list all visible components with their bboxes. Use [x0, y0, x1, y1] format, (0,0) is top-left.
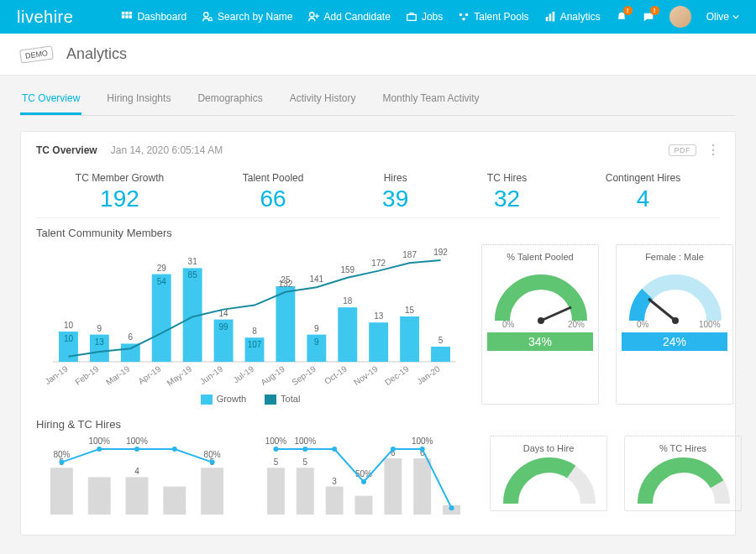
- svg-rect-3: [122, 15, 125, 18]
- timestamp: Jan 14, 2020 6:05:14 AM: [111, 144, 223, 156]
- svg-rect-17: [549, 14, 551, 22]
- hiring-chart-left: 54580%100%100%80%: [36, 436, 238, 523]
- svg-text:10: 10: [64, 334, 74, 343]
- svg-line-8: [212, 20, 213, 21]
- svg-rect-2: [129, 12, 133, 15]
- logo-text-2: hire: [44, 8, 73, 26]
- nav-talent-pools[interactable]: Talent Pools: [458, 11, 528, 23]
- nav-add-candidate[interactable]: Add Candidate: [307, 11, 390, 23]
- overview-card: TC Overview Jan 14, 2020 6:05:14 AM PDF …: [20, 131, 736, 536]
- svg-text:Feb-19: Feb-19: [73, 363, 101, 386]
- avatar[interactable]: [669, 6, 691, 28]
- top-nav: livehire Dashboard Search by Name Add Ca…: [0, 0, 756, 34]
- svg-point-15: [463, 18, 466, 21]
- svg-text:5: 5: [438, 336, 444, 345]
- legend-growth: Growth: [201, 394, 246, 405]
- gauge-title: Female : Male: [622, 252, 727, 262]
- svg-rect-57: [369, 322, 388, 362]
- hiring-row: 54580%100%100%80% 55366100%100%50%100% D…: [36, 436, 720, 523]
- svg-point-14: [465, 13, 469, 17]
- svg-text:13: 13: [374, 311, 384, 321]
- svg-point-9: [310, 13, 314, 17]
- more-menu-button[interactable]: ⋮: [706, 144, 720, 157]
- nav-search-label: Search by Name: [218, 11, 292, 23]
- gauges-row: % Talent Pooled 0% 20% 34% Female : Male: [481, 244, 733, 405]
- svg-text:187: 187: [402, 250, 417, 259]
- person-search-icon: [202, 11, 213, 23]
- kpi-value: 66: [243, 186, 304, 212]
- gauge-days-to-hire: Days to Hire: [490, 436, 607, 511]
- logo: livehire: [17, 8, 73, 27]
- notification-bell[interactable]: !: [616, 11, 627, 23]
- svg-rect-0: [122, 12, 125, 15]
- user-menu[interactable]: Olive: [706, 11, 739, 23]
- members-chart-title: Talent Community Members: [36, 227, 720, 239]
- nav-analytics[interactable]: Analytics: [544, 11, 601, 23]
- svg-text:50%: 50%: [355, 469, 372, 478]
- svg-rect-79: [126, 478, 149, 515]
- svg-text:5: 5: [274, 457, 279, 467]
- svg-rect-54: [338, 307, 357, 362]
- kpi-tc-member-growth: TC Member Growth192: [76, 172, 164, 212]
- gauge-svg: [630, 457, 736, 507]
- nav-dashboard[interactable]: Dashboard: [121, 11, 186, 23]
- svg-text:Jan-20: Jan-20: [415, 363, 442, 386]
- briefcase-icon: [406, 11, 417, 23]
- kpi-label: Talent Pooled: [243, 172, 304, 184]
- svg-text:Dec-19: Dec-19: [383, 363, 411, 387]
- svg-rect-99: [355, 496, 373, 515]
- nav-analytics-label: Analytics: [560, 11, 601, 23]
- gauge-right-label: 100%: [699, 320, 721, 329]
- svg-rect-31: [152, 274, 171, 362]
- svg-rect-78: [88, 478, 111, 515]
- svg-text:100%: 100%: [88, 436, 110, 446]
- svg-text:18: 18: [343, 296, 353, 306]
- nav-search[interactable]: Search by Name: [202, 11, 292, 23]
- svg-text:29: 29: [157, 264, 167, 273]
- svg-text:85: 85: [188, 270, 198, 280]
- nav-jobs[interactable]: Jobs: [406, 11, 443, 23]
- svg-point-13: [459, 13, 463, 17]
- svg-rect-97: [326, 487, 344, 515]
- tab-hiring-insights[interactable]: Hiring Insights: [105, 92, 172, 115]
- notification-badge-1: !: [623, 6, 633, 15]
- svg-text:132: 132: [279, 280, 293, 289]
- person-plus-icon: [307, 11, 319, 23]
- svg-text:Nov-19: Nov-19: [352, 363, 380, 387]
- svg-line-72: [541, 307, 571, 321]
- gauge-female-male: Female : Male 0% 100% 24%: [616, 244, 733, 405]
- chevron-down-icon: [732, 13, 739, 20]
- svg-text:9: 9: [314, 337, 319, 347]
- svg-text:8: 8: [252, 327, 257, 336]
- kpi-value: 4: [606, 186, 680, 212]
- kpi-value: 192: [76, 186, 164, 212]
- gauge-title: % TC Hires: [630, 443, 736, 453]
- export-pdf-button[interactable]: PDF: [669, 144, 697, 156]
- svg-text:192: 192: [433, 248, 448, 257]
- svg-text:Jan-19: Jan-19: [43, 363, 70, 386]
- svg-point-6: [204, 13, 208, 17]
- svg-text:6: 6: [129, 332, 134, 342]
- tab-demographics[interactable]: Demographics: [196, 92, 264, 115]
- svg-text:13: 13: [95, 337, 105, 347]
- svg-rect-4: [126, 15, 129, 18]
- tab-monthly-team[interactable]: Monthly Team Activity: [381, 92, 480, 115]
- tab-tc-overview[interactable]: TC Overview: [20, 92, 81, 115]
- gauge-title: Days to Hire: [496, 443, 601, 453]
- tab-activity-history[interactable]: Activity History: [288, 92, 358, 115]
- svg-text:May-19: May-19: [165, 363, 194, 387]
- gauge-talent-pooled: % Talent Pooled 0% 20% 34%: [481, 244, 599, 405]
- svg-rect-100: [384, 458, 402, 515]
- nav-jobs-label: Jobs: [422, 11, 443, 23]
- gauge-right-label: 20%: [568, 320, 585, 329]
- kpi-contingent-hires: Contingent Hires4: [606, 172, 680, 212]
- notification-chat[interactable]: !: [643, 11, 654, 23]
- svg-text:80%: 80%: [204, 450, 221, 459]
- kpi-row: TC Member Growth192 Talent Pooled66 Hire…: [36, 172, 720, 218]
- svg-rect-47: [276, 286, 295, 362]
- members-chart-svg: 1010Jan-19913Feb-196Mar-192954Apr-193185…: [36, 244, 465, 387]
- swatch-growth: [201, 395, 213, 405]
- notification-badge-2: !: [650, 6, 659, 15]
- card-header: TC Overview Jan 14, 2020 6:05:14 AM PDF …: [36, 144, 720, 157]
- legend-growth-label: Growth: [217, 394, 246, 404]
